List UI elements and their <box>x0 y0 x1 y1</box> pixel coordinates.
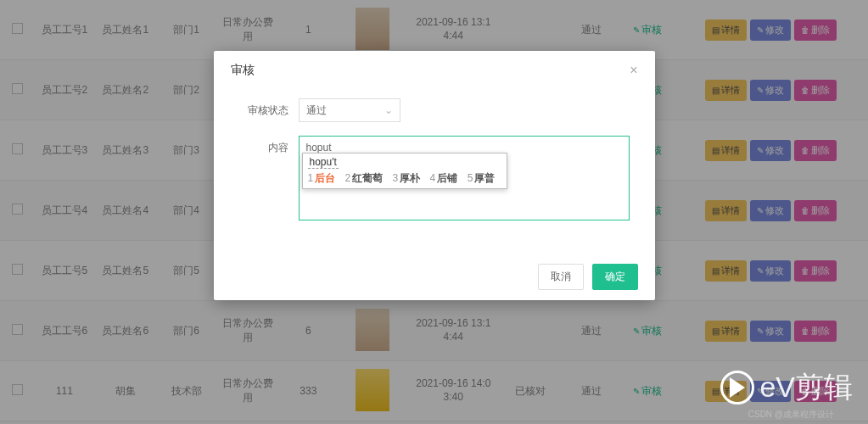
cancel-button[interactable]: 取消 <box>538 264 584 290</box>
modal-overlay[interactable]: 审核 × 审核状态 通过 内容 hoput hopu't 1后台 2红葡 <box>0 0 868 424</box>
ime-candidates[interactable]: 1后台 2红葡萄 3厚朴 4后铺 5厚普 <box>308 171 502 186</box>
ok-button[interactable]: 确定 <box>592 264 638 290</box>
close-icon[interactable]: × <box>630 63 637 78</box>
ime-popup[interactable]: hopu't 1后台 2红葡萄 3厚朴 4后铺 5厚普 <box>302 153 508 189</box>
status-label: 审核状态 <box>239 98 299 122</box>
modal-title: 审核 <box>231 63 255 78</box>
status-select[interactable]: 通过 <box>299 98 400 122</box>
audit-modal: 审核 × 审核状态 通过 内容 hoput hopu't 1后台 2红葡 <box>214 51 655 300</box>
content-label: 内容 <box>239 136 299 159</box>
ime-composition: hopu't <box>308 156 339 169</box>
csdn-watermark: CSDN @成果程序设计 <box>748 409 834 421</box>
